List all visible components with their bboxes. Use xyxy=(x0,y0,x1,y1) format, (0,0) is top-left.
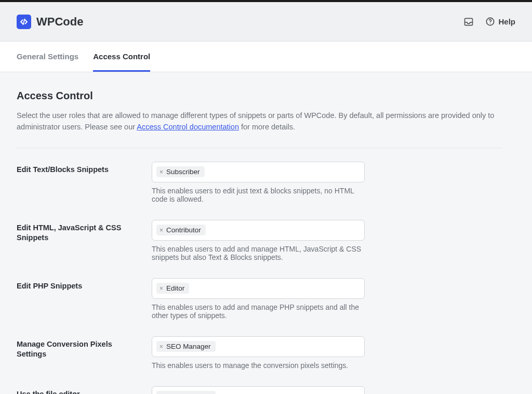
remove-role-icon[interactable]: × xyxy=(159,227,164,234)
role-tag: ×Subscriber xyxy=(156,166,205,177)
setting-label: Edit Text/Blocks Snippets xyxy=(17,162,139,175)
content-area: Access Control Select the user roles tha… xyxy=(0,72,520,394)
setting-row: Use the file editor×SEO ManagerThis enab… xyxy=(17,386,503,395)
setting-row: Edit PHP Snippets×EditorThis enables use… xyxy=(17,278,503,320)
setting-field: ×EditorThis enables users to add and man… xyxy=(152,278,365,320)
inbox-icon[interactable] xyxy=(463,17,474,27)
page-title: Access Control xyxy=(17,90,503,102)
page-description: Select the user roles that are allowed t… xyxy=(17,110,503,133)
brand-mark-icon xyxy=(17,15,31,29)
setting-help-text: This enables users to add and manage HTM… xyxy=(152,245,365,261)
doc-link[interactable]: Access Control documentation xyxy=(137,123,239,131)
remove-role-icon[interactable]: × xyxy=(159,168,164,176)
setting-label: Use the file editor xyxy=(17,386,139,395)
settings-list: Edit Text/Blocks Snippets×SubscriberThis… xyxy=(17,162,503,395)
role-name: Editor xyxy=(166,284,184,292)
remove-role-icon[interactable]: × xyxy=(159,343,164,350)
header-actions: Help xyxy=(463,17,515,27)
setting-row: Edit HTML, JavaScript & CSS Snippets×Con… xyxy=(17,220,503,261)
role-tag: ×SEO Manager xyxy=(156,391,216,394)
role-multiselect[interactable]: ×Subscriber xyxy=(152,162,365,182)
remove-role-icon[interactable]: × xyxy=(159,285,164,292)
role-multiselect[interactable]: ×SEO Manager xyxy=(152,336,365,357)
desc-text-suffix: for more details. xyxy=(239,123,295,131)
role-name: Subscriber xyxy=(166,168,200,176)
role-name: SEO Manager xyxy=(166,343,211,350)
setting-help-text: This enables users to add and manage PHP… xyxy=(152,303,365,320)
role-tag: ×Contributor xyxy=(156,225,206,235)
help-button[interactable]: Help xyxy=(485,17,515,27)
setting-label: Edit HTML, JavaScript & CSS Snippets xyxy=(17,220,139,243)
role-multiselect[interactable]: ×Contributor xyxy=(152,220,365,241)
svg-point-2 xyxy=(490,23,490,24)
tab-access-control[interactable]: Access Control xyxy=(93,42,150,72)
setting-help-text: This enables users to manage the convers… xyxy=(152,361,365,370)
help-icon xyxy=(485,17,495,27)
header: WPCode Help xyxy=(0,2,532,42)
role-multiselect[interactable]: ×Editor xyxy=(152,278,365,299)
tab-general-settings[interactable]: General Settings xyxy=(17,42,78,72)
setting-label: Edit PHP Snippets xyxy=(17,278,139,292)
setting-field: ×ContributorThis enables users to add an… xyxy=(152,220,365,261)
role-multiselect[interactable]: ×SEO Manager xyxy=(152,386,365,395)
section-divider xyxy=(17,148,503,148)
role-tag: ×SEO Manager xyxy=(156,341,216,352)
brand-logo[interactable]: WPCode xyxy=(17,15,83,29)
setting-label: Manage Conversion Pixels Settings xyxy=(17,336,139,360)
setting-field: ×SEO ManagerThis enables users to manage… xyxy=(152,336,365,370)
setting-help-text: This enables users to edit just text & b… xyxy=(152,187,365,203)
setting-field: ×SubscriberThis enables users to edit ju… xyxy=(152,162,365,203)
setting-row: Edit Text/Blocks Snippets×SubscriberThis… xyxy=(17,162,503,203)
settings-tabs: General Settings Access Control xyxy=(0,42,532,72)
role-name: Contributor xyxy=(166,226,201,234)
role-tag: ×Editor xyxy=(156,283,189,294)
brand-name: WPCode xyxy=(36,15,83,29)
help-label: Help xyxy=(498,17,515,26)
setting-field: ×SEO ManagerThis enables users to use th… xyxy=(152,386,365,395)
setting-row: Manage Conversion Pixels Settings×SEO Ma… xyxy=(17,336,503,370)
